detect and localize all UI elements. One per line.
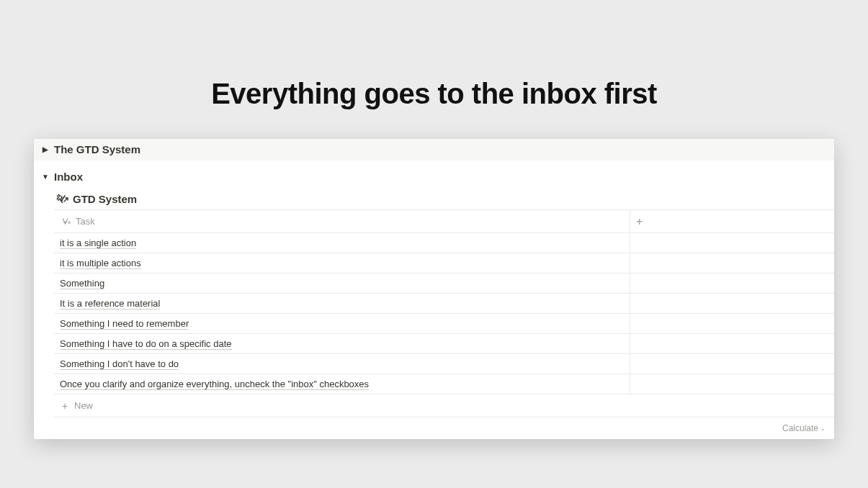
table-row[interactable]: it is multiple actions (54, 253, 834, 274)
empty-cell[interactable] (630, 294, 834, 313)
empty-cell[interactable] (630, 374, 834, 394)
triangle-down-icon: ▼ (40, 173, 51, 181)
task-cell[interactable]: it is a single action (54, 233, 630, 253)
column-header-task[interactable]: a Task (54, 210, 630, 232)
table-footer: Calculate ⌄ (54, 417, 834, 439)
task-cell[interactable]: Something I have to do on a specific dat… (54, 334, 630, 353)
toggle-gtd-system[interactable]: ▶ The GTD System (34, 139, 834, 161)
empty-cell[interactable] (630, 274, 834, 293)
task-cell[interactable]: It is a reference material (54, 294, 630, 313)
table-header-row: a Task + (54, 210, 834, 233)
task-cell[interactable]: Something I need to remember (54, 314, 630, 333)
chevron-down-icon: ⌄ (820, 425, 826, 432)
plus-icon: + (636, 216, 643, 227)
task-text: Once you clarify and organize everything… (60, 379, 369, 390)
check-arrow-icon (57, 192, 70, 205)
column-header-label: Task (76, 216, 95, 227)
empty-cell[interactable] (630, 354, 834, 374)
triangle-right-icon: ▶ (40, 145, 51, 153)
task-text: Something I need to remember (60, 318, 189, 330)
table-row[interactable]: Something I don't have to do (54, 354, 834, 374)
empty-cell[interactable] (630, 233, 834, 253)
empty-cell[interactable] (630, 314, 834, 333)
add-column-button[interactable]: + (630, 210, 834, 232)
empty-cell[interactable] (630, 253, 834, 273)
new-row-button[interactable]: + New (54, 394, 834, 417)
toggle-inbox-label: Inbox (54, 171, 83, 183)
plus-icon: + (60, 401, 70, 411)
task-cell[interactable]: Something I don't have to do (54, 354, 630, 374)
task-text: It is a reference material (60, 298, 160, 309)
database-title-row[interactable]: GTD System (54, 188, 834, 209)
task-text: it is a single action (60, 238, 136, 249)
calculate-label: Calculate (782, 423, 818, 433)
task-cell[interactable]: Something (54, 274, 630, 293)
table-row[interactable]: it is a single action (54, 233, 834, 253)
database-table: a Task + it is a single actionit is mult… (54, 209, 834, 439)
table-row[interactable]: Something I need to remember (54, 314, 834, 334)
table-row[interactable]: It is a reference material (54, 294, 834, 314)
inbox-content: GTD System a Task + (34, 188, 834, 439)
task-text: Something I don't have to do (60, 358, 179, 370)
toggle-gtd-label: The GTD System (54, 143, 140, 155)
empty-cell[interactable] (630, 334, 834, 353)
task-cell[interactable]: Once you clarify and organize everything… (54, 374, 630, 394)
task-text: it is multiple actions (60, 258, 141, 269)
svg-text:a: a (68, 220, 71, 225)
notion-card: ▶ The GTD System ▼ Inbox (34, 139, 834, 439)
table-row[interactable]: Once you clarify and organize everything… (54, 374, 834, 394)
database-title: GTD System (73, 193, 137, 205)
task-text: Something (60, 278, 104, 289)
table-row[interactable]: Something I have to do on a specific dat… (54, 334, 834, 354)
table-row[interactable]: Something (54, 274, 834, 294)
toggle-inbox[interactable]: ▼ Inbox (34, 166, 834, 188)
new-row-label: New (74, 400, 93, 411)
page-title: Everything goes to the inbox first (0, 0, 868, 139)
text-property-icon: a (60, 216, 71, 227)
task-text: Something I have to do on a specific dat… (60, 338, 232, 350)
calculate-button[interactable]: Calculate ⌄ (630, 417, 834, 439)
task-cell[interactable]: it is multiple actions (54, 253, 630, 273)
